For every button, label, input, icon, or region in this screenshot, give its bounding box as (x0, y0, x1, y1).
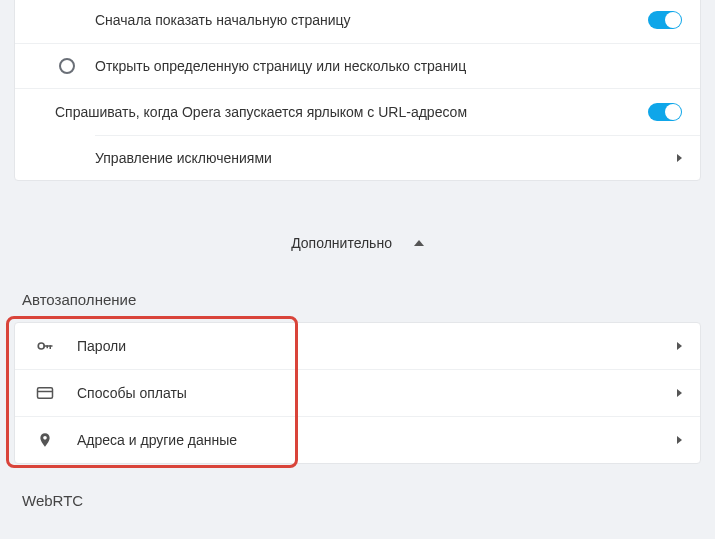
chevron-right-icon (677, 436, 682, 444)
radio-icon[interactable] (59, 58, 75, 74)
addresses-row[interactable]: Адреса и другие данные (15, 416, 700, 463)
show-start-page-toggle[interactable] (648, 11, 682, 29)
show-start-page-row[interactable]: Сначала показать начальную страницу (15, 0, 700, 43)
svg-rect-4 (38, 388, 53, 399)
show-start-page-label: Сначала показать начальную страницу (95, 12, 648, 28)
chevron-right-icon (677, 342, 682, 350)
addresses-label: Адреса и другие данные (77, 432, 677, 448)
chevron-right-icon (677, 154, 682, 162)
ask-url-row[interactable]: Спрашивать, когда Opera запускается ярлы… (15, 88, 700, 135)
ask-url-toggle[interactable] (648, 103, 682, 121)
advanced-label: Дополнительно (291, 235, 392, 251)
svg-point-0 (38, 343, 44, 349)
caret-up-icon (414, 240, 424, 246)
svg-rect-3 (47, 345, 49, 348)
passwords-row[interactable]: Пароли (15, 323, 700, 369)
open-specific-row[interactable]: Открыть определенную страницу или нескол… (15, 43, 700, 88)
credit-card-icon (35, 384, 55, 402)
ask-url-label: Спрашивать, когда Opera запускается ярлы… (55, 104, 648, 120)
webrtc-section-title: WebRTC (0, 464, 715, 509)
payment-label: Способы оплаты (77, 385, 677, 401)
key-icon (35, 337, 55, 355)
startup-panel: Сначала показать начальную страницу Откр… (14, 0, 701, 181)
manage-exceptions-label: Управление исключениями (95, 150, 677, 166)
manage-exceptions-row[interactable]: Управление исключениями (15, 136, 700, 180)
chevron-right-icon (677, 389, 682, 397)
svg-rect-2 (50, 345, 52, 349)
startup-group: Сначала показать начальную страницу Откр… (15, 0, 700, 88)
advanced-toggle[interactable]: Дополнительно (0, 181, 715, 291)
autofill-section-title: Автозаполнение (0, 291, 715, 322)
passwords-label: Пароли (77, 338, 677, 354)
open-specific-label: Открыть определенную страницу или нескол… (95, 58, 682, 74)
payment-row[interactable]: Способы оплаты (15, 369, 700, 416)
autofill-panel: Пароли Способы оплаты Адреса и другие да… (14, 322, 701, 464)
location-pin-icon (35, 431, 55, 449)
